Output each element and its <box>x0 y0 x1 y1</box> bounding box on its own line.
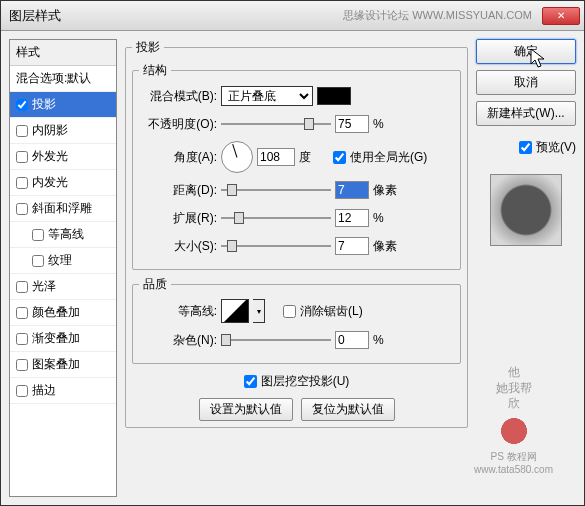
angle-dial[interactable] <box>221 141 253 173</box>
titlebar-watermark: 思缘设计论坛 WWW.MISSYUAN.COM <box>343 8 532 23</box>
style-item-5[interactable]: 斜面和浮雕 <box>10 196 116 222</box>
style-item-label: 外发光 <box>32 148 68 165</box>
opacity-slider[interactable] <box>221 117 331 131</box>
spread-label: 扩展(R): <box>139 210 217 227</box>
preview-checkbox[interactable] <box>519 141 532 154</box>
antialias-label: 消除锯齿(L) <box>300 303 363 320</box>
global-light-label: 使用全局光(G) <box>350 149 427 166</box>
contour-dropdown[interactable]: ▾ <box>253 299 265 323</box>
contour-swatch[interactable] <box>221 299 249 323</box>
styles-panel: 样式 混合选项:默认投影内阴影外发光内发光斜面和浮雕等高线纹理光泽颜色叠加渐变叠… <box>9 39 117 497</box>
reset-default-button[interactable]: 复位为默认值 <box>301 398 395 421</box>
style-item-checkbox[interactable] <box>32 255 44 267</box>
style-item-12[interactable]: 描边 <box>10 378 116 404</box>
style-item-checkbox[interactable] <box>16 177 28 189</box>
cancel-button[interactable]: 取消 <box>476 70 576 95</box>
angle-value[interactable]: 108 <box>257 148 295 166</box>
style-item-label: 等高线 <box>48 226 84 243</box>
structure-fieldset: 结构 混合模式(B): 正片叠底 不透明度(O): 75 % 角度(A): <box>132 62 461 270</box>
contour-label: 等高线: <box>139 303 217 320</box>
noise-slider[interactable] <box>221 333 331 347</box>
style-item-label: 内发光 <box>32 174 68 191</box>
style-item-label: 投影 <box>32 96 56 113</box>
style-item-0[interactable]: 混合选项:默认 <box>10 66 116 92</box>
knockout-checkbox[interactable] <box>244 375 257 388</box>
image-watermark: 他 她我帮 欣 PS 教程网 www.tata580.com <box>474 365 553 476</box>
global-light-checkbox[interactable] <box>333 151 346 164</box>
spread-value[interactable]: 12 <box>335 209 369 227</box>
style-item-checkbox[interactable] <box>16 281 28 293</box>
spread-unit: % <box>373 211 403 225</box>
size-unit: 像素 <box>373 238 403 255</box>
spread-slider[interactable] <box>221 211 331 225</box>
new-style-button[interactable]: 新建样式(W)... <box>476 101 576 126</box>
noise-label: 杂色(N): <box>139 332 217 349</box>
knockout-label: 图层挖空投影(U) <box>261 373 350 390</box>
distance-slider[interactable] <box>221 183 331 197</box>
distance-unit: 像素 <box>373 182 403 199</box>
ok-button[interactable]: 确定 <box>476 39 576 64</box>
style-item-label: 光泽 <box>32 278 56 295</box>
style-item-2[interactable]: 内阴影 <box>10 118 116 144</box>
size-slider[interactable] <box>221 239 331 253</box>
style-item-checkbox[interactable] <box>16 333 28 345</box>
blend-mode-select[interactable]: 正片叠底 <box>221 86 313 106</box>
style-item-9[interactable]: 颜色叠加 <box>10 300 116 326</box>
style-item-checkbox[interactable] <box>16 359 28 371</box>
style-item-6[interactable]: 等高线 <box>10 222 116 248</box>
close-button[interactable]: ✕ <box>542 7 580 25</box>
style-item-checkbox[interactable] <box>16 203 28 215</box>
style-item-checkbox[interactable] <box>16 385 28 397</box>
style-item-label: 渐变叠加 <box>32 330 80 347</box>
effect-title: 投影 <box>132 39 164 56</box>
antialias-checkbox[interactable] <box>283 305 296 318</box>
style-item-label: 描边 <box>32 382 56 399</box>
style-item-checkbox[interactable] <box>16 99 28 111</box>
style-item-7[interactable]: 纹理 <box>10 248 116 274</box>
quality-legend: 品质 <box>139 276 171 293</box>
style-item-label: 纹理 <box>48 252 72 269</box>
style-item-3[interactable]: 外发光 <box>10 144 116 170</box>
preview-thumbnail <box>490 174 562 246</box>
opacity-unit: % <box>373 117 403 131</box>
titlebar[interactable]: 图层样式 思缘设计论坛 WWW.MISSYUAN.COM ✕ <box>1 1 584 31</box>
style-item-label: 内阴影 <box>32 122 68 139</box>
quality-fieldset: 品质 等高线: ▾ 消除锯齿(L) 杂色(N): 0 % <box>132 276 461 364</box>
noise-value[interactable]: 0 <box>335 331 369 349</box>
blend-mode-label: 混合模式(B): <box>139 88 217 105</box>
angle-label: 角度(A): <box>139 149 217 166</box>
dialog-title: 图层样式 <box>5 7 343 25</box>
opacity-value[interactable]: 75 <box>335 115 369 133</box>
noise-unit: % <box>373 333 403 347</box>
style-item-10[interactable]: 渐变叠加 <box>10 326 116 352</box>
shadow-color-swatch[interactable] <box>317 87 351 105</box>
style-item-label: 颜色叠加 <box>32 304 80 321</box>
size-value[interactable]: 7 <box>335 237 369 255</box>
style-item-label: 斜面和浮雕 <box>32 200 92 217</box>
style-item-checkbox[interactable] <box>16 125 28 137</box>
style-item-checkbox[interactable] <box>16 151 28 163</box>
styles-list-header: 样式 <box>10 40 116 66</box>
style-item-checkbox[interactable] <box>32 229 44 241</box>
style-item-4[interactable]: 内发光 <box>10 170 116 196</box>
structure-legend: 结构 <box>139 62 171 79</box>
angle-unit: 度 <box>299 149 329 166</box>
style-item-checkbox[interactable] <box>16 307 28 319</box>
style-item-8[interactable]: 光泽 <box>10 274 116 300</box>
style-item-label: 图案叠加 <box>32 356 80 373</box>
effect-fieldset: 投影 结构 混合模式(B): 正片叠底 不透明度(O): 75 % <box>125 39 468 428</box>
distance-value[interactable]: 7 <box>335 181 369 199</box>
style-item-11[interactable]: 图案叠加 <box>10 352 116 378</box>
opacity-label: 不透明度(O): <box>139 116 217 133</box>
size-label: 大小(S): <box>139 238 217 255</box>
style-item-label: 混合选项:默认 <box>16 70 91 87</box>
make-default-button[interactable]: 设置为默认值 <box>199 398 293 421</box>
preview-label: 预览(V) <box>536 139 576 156</box>
distance-label: 距离(D): <box>139 182 217 199</box>
style-item-1[interactable]: 投影 <box>10 92 116 118</box>
styles-list: 样式 混合选项:默认投影内阴影外发光内发光斜面和浮雕等高线纹理光泽颜色叠加渐变叠… <box>9 39 117 497</box>
options-panel: 投影 结构 混合模式(B): 正片叠底 不透明度(O): 75 % <box>125 39 468 497</box>
